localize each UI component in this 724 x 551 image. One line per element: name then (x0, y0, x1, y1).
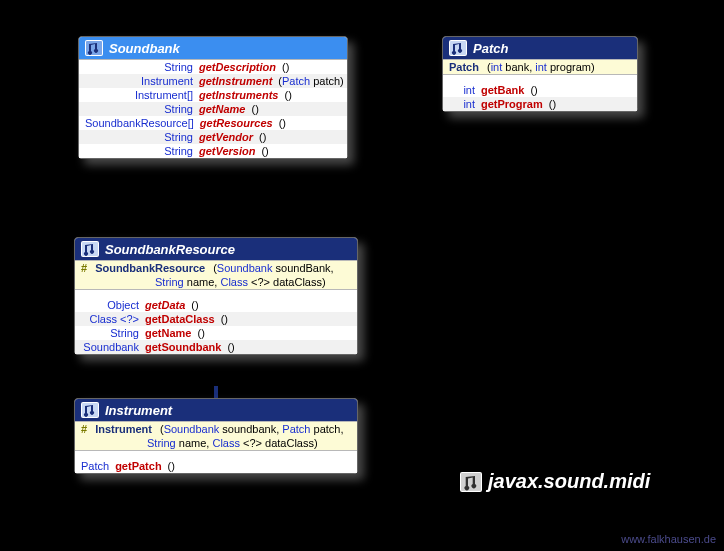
return-type: Object (81, 299, 139, 311)
method-params: () (282, 61, 289, 73)
method-params: () (221, 313, 228, 325)
class-title: Soundbank (109, 41, 180, 56)
music-icon (449, 40, 467, 56)
method-name: getData (145, 299, 185, 311)
method-row: ObjectgetData() (75, 298, 357, 312)
svg-rect-9 (461, 473, 481, 491)
class-title: Instrument (105, 403, 172, 418)
method-name: getInstruments (199, 89, 278, 101)
return-type: String (85, 131, 193, 143)
constructor-params: String name, Class <?> dataClass) (155, 276, 326, 288)
return-type: String (81, 327, 139, 339)
method-row: StringgetName() (75, 326, 357, 340)
return-type: String (85, 145, 193, 157)
return-type: int (449, 84, 475, 96)
return-type: Patch (81, 460, 109, 472)
package-label: javax.sound.midi (460, 470, 650, 493)
method-row: intgetProgram() (443, 97, 637, 111)
method-params: () (530, 84, 537, 96)
return-type: SoundbankResource[] (85, 117, 194, 129)
method-row: PatchgetPatch() (75, 459, 357, 473)
constructor-params: (Soundbank soundBank, (213, 262, 334, 274)
method-name: getPatch (115, 460, 161, 472)
constructor-params: (Soundbank soundbank, Patch patch, (160, 423, 344, 435)
music-icon (460, 472, 482, 492)
inheritance-connector (214, 386, 218, 398)
method-params: () (549, 98, 556, 110)
method-name: getDescription (199, 61, 276, 73)
method-row: InstrumentgetInstrument(Patch patch) (79, 74, 347, 88)
method-row: Instrument[]getInstruments() (79, 88, 347, 102)
method-params: () (251, 103, 258, 115)
return-type: Instrument[] (85, 89, 193, 101)
constructor-params: (int bank, int program) (487, 61, 595, 73)
constructor-row-cont: String name, Class <?> dataClass) (75, 275, 357, 289)
visibility: # (81, 262, 87, 274)
constructor-row: Patch(int bank, int program) (443, 60, 637, 74)
method-params: () (191, 299, 198, 311)
class-soundbank: Soundbank StringgetDescription()Instrume… (78, 36, 348, 159)
method-name: getDataClass (145, 313, 215, 325)
method-name: getVersion (199, 145, 255, 157)
constructors-section: Patch(int bank, int program) (443, 59, 637, 74)
method-row: Class <?>getDataClass() (75, 312, 357, 326)
method-row: SoundbankResource[]getResources() (79, 116, 347, 130)
class-header: Instrument (75, 399, 357, 421)
method-name: getResources (200, 117, 273, 129)
class-header: Patch (443, 37, 637, 59)
method-params: () (284, 89, 291, 101)
constructors-section: #Instrument(Soundbank soundbank, Patch p… (75, 421, 357, 450)
return-type: String (85, 61, 193, 73)
method-params: () (261, 145, 268, 157)
method-params: () (197, 327, 204, 339)
constructor-name: Instrument (95, 423, 152, 435)
method-row: StringgetVendor() (79, 130, 347, 144)
class-header: Soundbank (79, 37, 347, 59)
method-params: () (259, 131, 266, 143)
return-type: int (449, 98, 475, 110)
constructors-section: #SoundbankResource(Soundbank soundBank,S… (75, 260, 357, 289)
constructor-row: #Instrument(Soundbank soundbank, Patch p… (75, 422, 357, 436)
music-icon (81, 241, 99, 257)
footer-link[interactable]: www.falkhausen.de (621, 533, 716, 545)
methods-section: ObjectgetData()Class <?>getDataClass()St… (75, 289, 357, 354)
music-icon (81, 402, 99, 418)
method-params: () (227, 341, 234, 353)
method-params: (Patch patch) (278, 75, 343, 87)
class-patch: Patch Patch(int bank, int program) intge… (442, 36, 638, 112)
method-params: () (168, 460, 175, 472)
constructor-row-cont: String name, Class <?> dataClass) (75, 436, 357, 450)
constructor-name: SoundbankResource (95, 262, 205, 274)
method-row: intgetBank() (443, 83, 637, 97)
music-icon (85, 40, 103, 56)
methods-section: intgetBank()intgetProgram() (443, 74, 637, 111)
method-name: getInstrument (199, 75, 272, 87)
constructor-name: Patch (449, 61, 479, 73)
return-type: Soundbank (81, 341, 139, 353)
constructor-params: String name, Class <?> dataClass) (147, 437, 318, 449)
class-title: SoundbankResource (105, 242, 235, 257)
method-row: StringgetName() (79, 102, 347, 116)
methods-section: StringgetDescription()InstrumentgetInstr… (79, 59, 347, 158)
class-title: Patch (473, 41, 508, 56)
method-row: StringgetDescription() (79, 60, 347, 74)
method-name: getProgram (481, 98, 543, 110)
method-row: StringgetVersion() (79, 144, 347, 158)
method-name: getName (145, 327, 191, 339)
class-header: SoundbankResource (75, 238, 357, 260)
constructor-row: #SoundbankResource(Soundbank soundBank, (75, 261, 357, 275)
class-instrument: Instrument #Instrument(Soundbank soundba… (74, 398, 358, 474)
return-type: String (85, 103, 193, 115)
package-name: javax.sound.midi (488, 470, 650, 493)
return-type: Class <?> (81, 313, 139, 325)
method-params: () (279, 117, 286, 129)
visibility: # (81, 423, 87, 435)
class-soundbankresource: SoundbankResource #SoundbankResource(Sou… (74, 237, 358, 355)
method-name: getName (199, 103, 245, 115)
method-name: getSoundbank (145, 341, 221, 353)
methods-section: PatchgetPatch() (75, 450, 357, 473)
method-name: getVendor (199, 131, 253, 143)
method-row: SoundbankgetSoundbank() (75, 340, 357, 354)
return-type: Instrument (85, 75, 193, 87)
method-name: getBank (481, 84, 524, 96)
